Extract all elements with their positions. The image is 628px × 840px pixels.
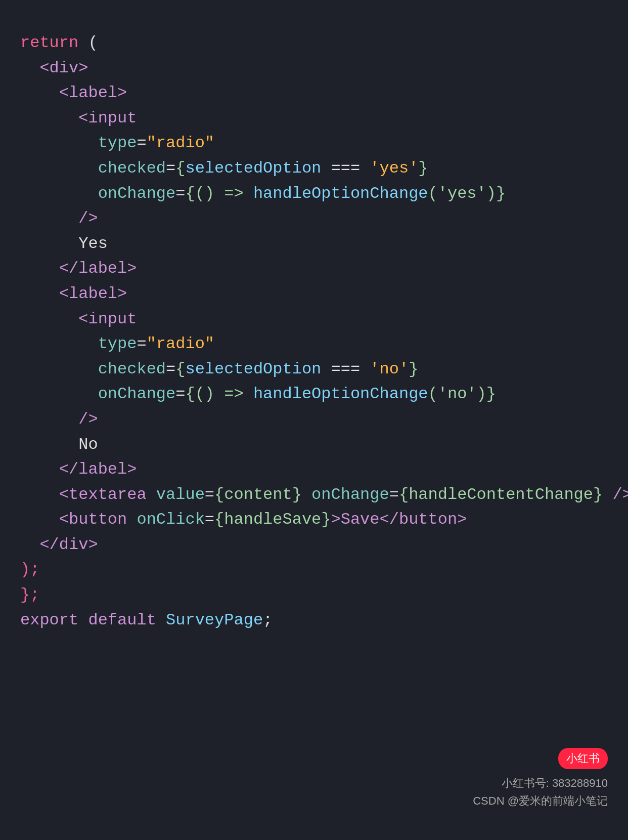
code-line: return ( bbox=[20, 30, 608, 56]
code-line: checked={selectedOption === 'no'} bbox=[20, 357, 608, 382]
code-line: <div> bbox=[20, 56, 608, 81]
watermark: 小红书 小红书号: 383288910 CSDN @爱米的前端小笔记 bbox=[473, 745, 608, 810]
code-block: return ( <div> <label> <input type="radi… bbox=[15, 20, 613, 643]
code-line: /> bbox=[20, 407, 608, 432]
code-line: }; bbox=[20, 582, 608, 608]
code-line: export default SurveyPage; bbox=[20, 608, 608, 633]
code-line: Yes bbox=[20, 231, 608, 257]
code-line: checked={selectedOption === 'yes'} bbox=[20, 156, 608, 181]
code-line: <textarea value={content} onChange={hand… bbox=[20, 482, 608, 508]
code-line: </div> bbox=[20, 532, 608, 558]
watermark-id: 小红书号: 383288910 bbox=[473, 774, 608, 792]
code-line: onChange={() => handleOptionChange('no')… bbox=[20, 382, 608, 407]
code-line: <input bbox=[20, 307, 608, 332]
code-line: </label> bbox=[20, 457, 608, 482]
code-line: <button onClick={handleSave}>Save</butto… bbox=[20, 507, 608, 532]
code-line: type="radio" bbox=[20, 331, 608, 357]
code-line: /> bbox=[20, 206, 608, 231]
code-line: type="radio" bbox=[20, 131, 608, 156]
code-line: </label> bbox=[20, 256, 608, 281]
code-line: onChange={() => handleOptionChange('yes'… bbox=[20, 181, 608, 206]
code-line: No bbox=[20, 432, 608, 457]
watermark-csdn: CSDN @爱米的前端小笔记 bbox=[473, 792, 608, 810]
code-line: <label> bbox=[20, 281, 608, 307]
xiaohongshu-badge: 小红书 bbox=[558, 748, 608, 769]
code-line: <label> bbox=[20, 80, 608, 106]
code-line: ); bbox=[20, 557, 608, 582]
code-line: <input bbox=[20, 106, 608, 131]
